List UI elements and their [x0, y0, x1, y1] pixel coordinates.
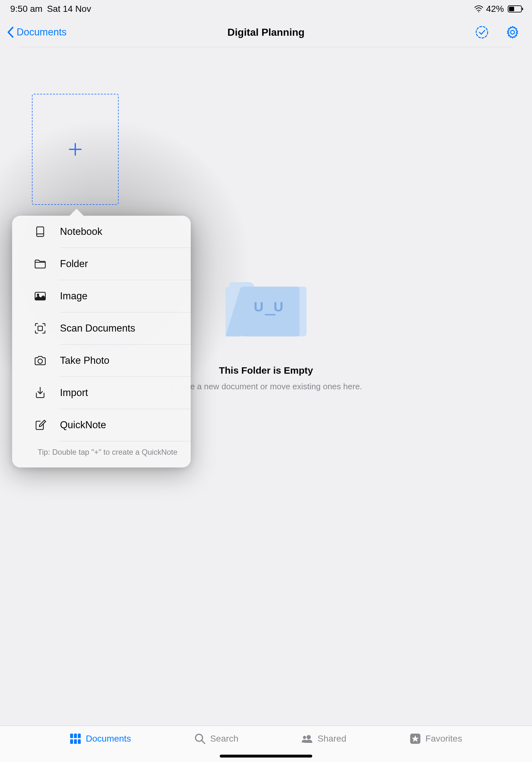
tab-shared[interactable]: Shared: [301, 733, 346, 744]
menu-item-quicknote[interactable]: QuickNote: [60, 409, 191, 441]
empty-subtitle: Create a new document or move existing o…: [170, 382, 362, 392]
status-time: 9:50 am: [10, 4, 42, 14]
quicknote-icon: [33, 418, 47, 432]
shared-people-icon: [301, 733, 313, 744]
svg-point-15: [307, 735, 311, 739]
status-date: Sat 14 Nov: [47, 4, 91, 14]
menu-item-label: Notebook: [60, 226, 102, 237]
svg-rect-13: [78, 739, 81, 744]
svg-rect-6: [38, 326, 42, 331]
import-icon: [33, 386, 47, 400]
add-document-tile[interactable]: [32, 94, 119, 205]
svg-point-2: [511, 30, 514, 34]
svg-point-0: [478, 12, 479, 12]
scan-icon: [33, 321, 47, 336]
select-mode-button[interactable]: [475, 26, 489, 39]
menu-item-label: Take Photo: [60, 355, 109, 366]
documents-grid-icon: [70, 733, 81, 744]
menu-item-label: Import: [60, 387, 88, 399]
settings-button[interactable]: [506, 26, 519, 39]
status-bar: 9:50 am Sat 14 Nov 42%: [0, 0, 532, 17]
svg-rect-9: [74, 733, 77, 738]
folder-icon: [33, 257, 47, 271]
search-icon: [194, 733, 206, 744]
home-indicator[interactable]: [220, 755, 312, 758]
tab-label: Documents: [86, 733, 131, 744]
popover-tip: Tip: Double tap "+" to create a QuickNot…: [37, 441, 191, 468]
battery-icon: [508, 5, 522, 12]
svg-point-16: [303, 736, 306, 739]
image-icon: [33, 289, 47, 303]
back-label: Documents: [17, 27, 67, 38]
menu-item-label: Scan Documents: [60, 323, 135, 334]
create-menu-popover: Notebook Folder Image Scan Documents: [12, 216, 191, 468]
menu-item-folder[interactable]: Folder: [60, 248, 191, 280]
wifi-icon: [474, 5, 484, 12]
back-button[interactable]: Documents: [6, 26, 67, 38]
svg-rect-11: [70, 739, 73, 744]
tab-documents[interactable]: Documents: [70, 733, 131, 744]
tab-bar: Documents Search Shared Favorites: [0, 725, 532, 762]
menu-item-import[interactable]: Import: [60, 377, 191, 409]
svg-point-1: [476, 27, 488, 38]
menu-item-label: Folder: [60, 258, 88, 269]
tab-label: Shared: [317, 733, 346, 744]
empty-folder-icon: U U: [226, 282, 306, 336]
svg-rect-12: [74, 739, 77, 744]
tab-search[interactable]: Search: [194, 733, 238, 744]
svg-rect-10: [78, 733, 81, 738]
menu-item-image[interactable]: Image: [60, 280, 191, 312]
svg-point-14: [195, 734, 203, 741]
svg-point-7: [38, 359, 42, 363]
page-title: Digital Planning: [228, 27, 304, 38]
tab-label: Favorites: [426, 733, 462, 744]
favorites-star-icon: [410, 733, 421, 744]
tab-label: Search: [210, 733, 238, 744]
plus-icon: [68, 142, 83, 157]
svg-point-5: [37, 294, 39, 296]
nav-bar: Documents Digital Planning: [0, 17, 532, 47]
empty-title: This Folder is Empty: [219, 365, 313, 376]
menu-item-take-photo[interactable]: Take Photo: [60, 344, 191, 377]
battery-percent: 42%: [486, 4, 504, 14]
svg-rect-8: [70, 733, 73, 738]
content-area: U U This Folder is Empty Create a new do…: [0, 47, 532, 725]
svg-rect-3: [37, 227, 44, 236]
camera-icon: [33, 353, 47, 368]
tab-favorites[interactable]: Favorites: [410, 733, 462, 744]
menu-item-label: Image: [60, 290, 87, 302]
menu-item-notebook[interactable]: Notebook: [60, 216, 191, 248]
notebook-icon: [33, 225, 47, 239]
menu-item-label: QuickNote: [60, 419, 106, 431]
menu-item-scan-documents[interactable]: Scan Documents: [60, 312, 191, 344]
chevron-left-icon: [6, 26, 15, 38]
